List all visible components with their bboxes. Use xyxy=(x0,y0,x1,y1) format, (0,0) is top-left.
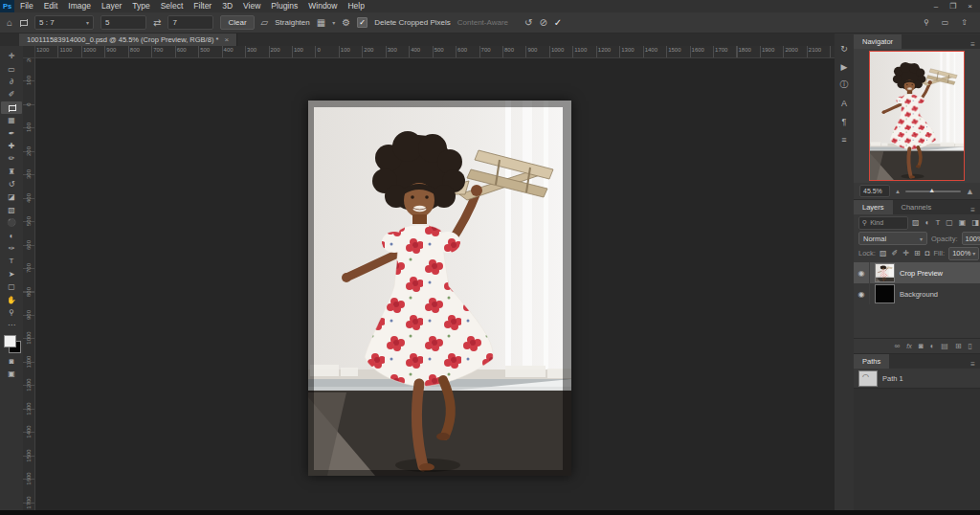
link-layers-icon[interactable]: ∞ xyxy=(894,342,900,350)
adjustments-panel-icon[interactable]: ≡ xyxy=(836,133,852,146)
edit-toolbar-button[interactable]: ⋯ xyxy=(1,319,22,331)
layer-group-icon[interactable]: ▤ xyxy=(941,342,948,350)
filter-adjustment-layers-icon[interactable]: ◐ xyxy=(925,218,930,227)
menu-plugins[interactable]: Plugins xyxy=(271,0,298,12)
overlay-options-icon[interactable]: ▦ xyxy=(317,18,325,28)
history-brush-tool[interactable]: ↺ xyxy=(1,178,22,190)
filter-toggle-icon[interactable]: ◨ xyxy=(971,218,979,227)
panel-menu-icon[interactable]: ≡ xyxy=(970,40,980,49)
blend-mode-dropdown[interactable]: Normal ▾ xyxy=(858,232,927,245)
menu-image[interactable]: Image xyxy=(68,0,91,12)
shape-tool[interactable]: ▢ xyxy=(1,280,22,293)
ratio-preset-dropdown[interactable]: 5 : 7 ▾ xyxy=(34,15,94,30)
search-icon[interactable]: ⚲ xyxy=(924,18,929,27)
zoom-in-mountain-icon[interactable]: ▲ xyxy=(966,187,974,196)
menu-file[interactable]: File xyxy=(20,0,33,12)
document-tab[interactable]: 100111583914000_0.psd @ 45.5% (Crop Prev… xyxy=(19,33,237,46)
crop-settings-gear-icon[interactable]: ⚙ xyxy=(342,18,350,28)
crop-width-input[interactable] xyxy=(100,15,146,30)
layer-mask-icon[interactable]: ◙ xyxy=(919,342,924,350)
crop-tool-icon[interactable] xyxy=(19,18,28,27)
gradient-tool[interactable]: ▧ xyxy=(1,204,22,216)
paragraph-panel-icon[interactable]: ¶ xyxy=(836,115,852,127)
delete-layer-icon[interactable]: ▯ xyxy=(969,342,972,350)
lock-transparency-icon[interactable]: ▨ xyxy=(880,249,887,258)
brush-tool[interactable]: ✏ xyxy=(1,152,22,165)
layer-thumbnail[interactable] xyxy=(876,285,894,302)
cancel-crop-icon[interactable]: ⊘ xyxy=(539,18,546,28)
zoom-tool[interactable]: ⚲ xyxy=(1,306,22,319)
character-panel-icon[interactable]: A xyxy=(836,97,852,109)
panel-menu-icon[interactable]: ≡ xyxy=(970,206,980,214)
tab-channels[interactable]: Channels xyxy=(893,200,941,214)
eyedropper-tool[interactable]: ✒ xyxy=(1,126,22,139)
marquee-tool[interactable]: ▭ xyxy=(1,62,22,75)
adjustment-layer-icon[interactable]: ◐ xyxy=(929,342,934,350)
menu-view[interactable]: View xyxy=(243,0,260,12)
delete-cropped-pixels-checkbox[interactable]: ✓ xyxy=(357,17,368,28)
layer-row[interactable]: ◉ xyxy=(854,262,980,283)
share-icon[interactable]: ⇧ xyxy=(961,18,968,27)
blur-tool[interactable]: ⚫ xyxy=(1,216,22,229)
path-thumbnail[interactable] xyxy=(859,371,877,386)
filter-pixel-layers-icon[interactable]: ▨ xyxy=(912,218,920,227)
clone-stamp-tool[interactable]: ♜ xyxy=(1,166,22,178)
swap-dimensions-icon[interactable]: ⇄ xyxy=(153,18,161,28)
menu-layer[interactable]: Layer xyxy=(101,0,122,12)
path-row[interactable]: Path 1 xyxy=(854,369,980,388)
filter-smart-objects-icon[interactable]: ▣ xyxy=(959,218,967,227)
lock-artboard-icon[interactable]: ⊞ xyxy=(914,249,921,258)
zoom-out-mountain-icon[interactable]: ▲ xyxy=(895,189,901,194)
navigator-zoom-value[interactable]: 45.5% xyxy=(859,185,890,197)
panel-menu-icon[interactable]: ≡ xyxy=(970,360,980,369)
lock-all-icon[interactable]: ◘ xyxy=(925,249,930,258)
color-swatches[interactable] xyxy=(1,334,22,355)
healing-brush-tool[interactable]: ✚ xyxy=(1,140,22,152)
layer-thumbnail[interactable] xyxy=(876,264,894,281)
minimize-button[interactable]: – xyxy=(934,2,938,11)
lasso-tool[interactable]: ∂ xyxy=(1,76,22,88)
lock-position-icon[interactable]: ✛ xyxy=(902,249,909,258)
fill-dropdown[interactable]: 100% ▾ xyxy=(948,247,979,260)
ruler-origin-corner[interactable] xyxy=(23,46,35,58)
move-tool[interactable]: ✛ xyxy=(1,50,22,62)
hand-tool[interactable]: ✋ xyxy=(1,293,22,305)
restore-button[interactable]: ❐ xyxy=(949,2,956,11)
foreground-color-swatch[interactable] xyxy=(4,335,16,347)
layer-search-field[interactable]: ⚲ Kind xyxy=(858,216,908,230)
info-panel-icon[interactable]: ⓘ xyxy=(836,78,852,91)
menu-help[interactable]: Help xyxy=(347,0,364,12)
history-panel-icon[interactable]: ↻ xyxy=(836,42,852,55)
navigator-thumbnail[interactable] xyxy=(869,51,965,181)
straighten-button[interactable]: Straighten xyxy=(275,18,309,27)
crop-tool[interactable] xyxy=(1,101,22,114)
layer-visibility-eye-icon[interactable]: ◉ xyxy=(854,283,870,304)
menu-select[interactable]: Select xyxy=(161,0,184,12)
dodge-tool[interactable]: ◐ xyxy=(1,229,22,241)
quick-selection-tool[interactable]: ✐ xyxy=(1,88,22,101)
home-icon[interactable]: ⌂ xyxy=(7,18,12,28)
filter-type-layers-icon[interactable]: T xyxy=(935,218,940,227)
filter-shape-layers-icon[interactable]: ▢ xyxy=(946,218,953,227)
crop-preview-canvas[interactable] xyxy=(308,101,571,476)
workspace-icon[interactable]: ▭ xyxy=(942,18,949,27)
canvas-pasteboard[interactable] xyxy=(34,57,835,515)
slider-thumb[interactable]: ▲ xyxy=(928,187,935,193)
tab-navigator[interactable]: Navigator xyxy=(854,34,902,49)
menu-type[interactable]: Type xyxy=(132,0,149,12)
frame-tool[interactable]: ▦ xyxy=(1,114,22,126)
crop-height-input[interactable] xyxy=(167,15,213,30)
straighten-icon[interactable]: ▱ xyxy=(261,18,269,28)
commit-crop-icon[interactable]: ✓ xyxy=(554,18,562,28)
tab-layers[interactable]: Layers xyxy=(854,200,893,214)
layer-row[interactable]: ◉Background xyxy=(854,283,980,304)
menu-edit[interactable]: Edit xyxy=(44,0,58,12)
clear-button[interactable]: Clear xyxy=(220,15,254,30)
quick-mask-button[interactable]: ◙ xyxy=(1,355,22,368)
pen-tool[interactable]: ✑ xyxy=(1,242,22,255)
close-button[interactable]: × xyxy=(968,2,972,11)
layer-visibility-eye-icon[interactable]: ◉ xyxy=(854,262,870,283)
layer-effects-icon[interactable]: fx xyxy=(906,343,911,349)
eraser-tool[interactable]: ◪ xyxy=(1,190,22,203)
actions-panel-icon[interactable]: ▶ xyxy=(836,60,852,73)
